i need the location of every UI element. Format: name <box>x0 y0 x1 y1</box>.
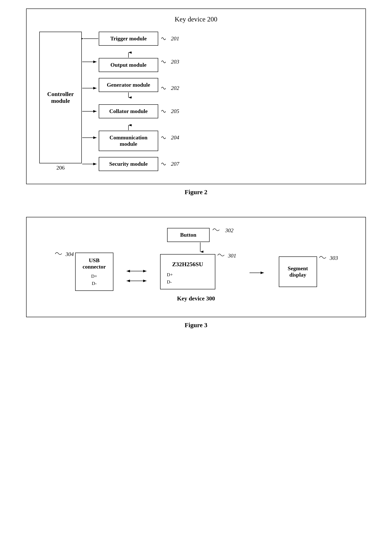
security-module-label: Security module <box>109 161 148 167</box>
v-arrow-output-up <box>125 52 132 58</box>
usb-dm-label: D- <box>81 281 108 286</box>
arrow-communication <box>82 134 99 141</box>
ref-201: 201 <box>171 36 179 42</box>
arrow-output <box>82 59 99 65</box>
segment-display-label: Segmentdisplay <box>288 265 308 278</box>
chip-name: Z32H256SU <box>167 261 209 268</box>
collator-module-box: Collator module <box>99 104 158 118</box>
v-arrow-gen-down <box>125 92 132 98</box>
ref-207: 207 <box>171 161 179 167</box>
modules-column: Trigger module 201 <box>82 32 353 171</box>
v-arrow-comm-up <box>125 124 132 131</box>
module-row-communication: Communicationmodule 204 <box>82 124 353 151</box>
ref-301: 301 <box>228 253 236 259</box>
figure3-content: Button 302 <box>35 224 357 308</box>
communication-module-box: Communicationmodule <box>99 131 158 151</box>
squiggle-205 <box>160 108 171 115</box>
communication-module-label: Communicationmodule <box>109 134 147 147</box>
squiggle-201 <box>160 36 171 42</box>
squiggle-303 <box>318 254 329 260</box>
controller-module-box: Controller module <box>39 32 82 163</box>
chip-dm-label: D- <box>167 279 209 285</box>
figure3-label: Figure 3 <box>26 321 366 329</box>
arrow-collator <box>82 108 99 115</box>
arrow-chip-segment <box>249 270 266 276</box>
module-row-trigger: Trigger module 201 <box>82 32 353 46</box>
arrow-usb-dm <box>126 278 147 284</box>
figure2-label: Figure 2 <box>26 188 366 196</box>
ref-205: 205 <box>171 108 179 115</box>
security-module-box: Security module <box>99 157 158 171</box>
usb-label: USBconnector <box>81 257 108 270</box>
figure2-title: Key device 200 <box>35 15 357 23</box>
arrow-generator <box>82 85 99 91</box>
squiggle-207 <box>160 161 171 167</box>
chip-box: Z32H256SU D+ D- <box>160 254 215 289</box>
ref-203: 203 <box>171 59 179 65</box>
figure2-container: Key device 200 Controller module 206 <box>26 8 366 196</box>
squiggle-302 <box>212 226 225 232</box>
figure2-diagram: Key device 200 Controller module 206 <box>26 8 366 184</box>
v-arrow-button-down <box>197 242 204 253</box>
squiggle-202 <box>160 85 171 91</box>
module-row-output: Output module 203 <box>82 52 353 72</box>
generator-module-label: Generator module <box>107 82 150 88</box>
arrow-usb-dp <box>126 268 147 274</box>
ref-302: 302 <box>225 227 234 233</box>
ref-204: 204 <box>171 134 179 141</box>
usb-connector-box: USBconnector D+ D- <box>75 253 113 291</box>
ref-202: 202 <box>171 85 179 91</box>
output-module-box: Output module <box>99 58 158 72</box>
figure3-container: Button 302 <box>26 217 366 329</box>
module-row-collator: Collator module 205 <box>82 104 353 118</box>
figure2-content: Controller module 206 <box>35 30 357 175</box>
module-row-generator: Generator module <box>82 78 353 98</box>
usb-dp-label: D+ <box>81 273 108 279</box>
controller-module-label: Controller module <box>44 91 77 104</box>
arrow-trigger <box>82 36 99 42</box>
button-box: Button <box>167 228 210 242</box>
output-module-label: Output module <box>110 62 147 68</box>
module-row-security: Security module 207 <box>82 157 353 171</box>
squiggle-203 <box>160 59 171 65</box>
ref-303: 303 <box>330 255 338 261</box>
trigger-module-box: Trigger module <box>99 32 158 46</box>
button-label: Button <box>180 232 196 238</box>
generator-module-box: Generator module <box>99 78 158 92</box>
collator-module-label: Collator module <box>109 108 148 114</box>
key-device-300-label: Key device 300 <box>44 295 348 302</box>
squiggle-204 <box>160 134 171 141</box>
controller-ref: 206 <box>56 165 65 171</box>
trigger-module-label: Trigger module <box>110 36 147 42</box>
figure3-diagram: Button 302 <box>26 217 366 317</box>
arrow-security <box>82 161 99 167</box>
chip-dp-label: D+ <box>167 272 209 278</box>
figure3-main-row: 304 USBconnector D+ D- <box>44 253 348 291</box>
segment-display-box: Segmentdisplay <box>279 256 317 287</box>
